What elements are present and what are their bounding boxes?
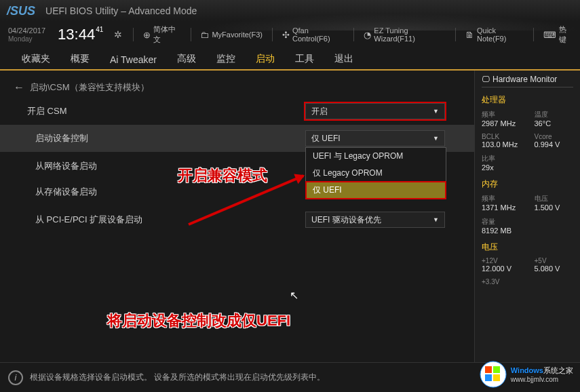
csm-label: 开启 CSM [27,105,305,117]
divider [133,28,134,41]
cpu-freq-value: 2987 MHz [482,119,521,128]
storageboot-label: 从存储设备启动 [27,186,305,198]
setting-boot-control: 启动设备控制 仅 UEFI▼ UEFI 与 Legacy OPROM 仅 Leg… [0,125,474,152]
time-text: 13:4441 [58,26,103,43]
dropdown-option[interactable]: UEFI 与 Legacy OPROM [306,148,446,165]
fan-icon: ✣ [282,30,290,40]
v12-value: 12.000 V [482,264,521,273]
mem-volt-label: 电压 [535,194,574,203]
svg-rect-4 [493,374,500,381]
ratio-value: 29x [482,163,573,172]
windows-logo-icon [480,361,507,388]
tab-main[interactable]: 概要 [69,49,91,69]
language-selector[interactable]: ⊕简体中文 [143,24,180,45]
day-text: Monday [8,35,45,43]
mem-section-title: 内存 [482,178,573,190]
svg-rect-2 [493,366,500,373]
v12-label: +12V [482,257,521,264]
tab-exit[interactable]: 退出 [333,49,355,69]
mouse-cursor-icon: ↖ [290,289,298,302]
breadcrumb: ← 启动\CSM（兼容性支持模块） [0,77,474,98]
setting-pciboot: 从 PCI-E/PCI 扩展设备启动 UEFI 驱动设备优先▼ [0,206,474,233]
bootctl-label: 启动设备控制 [27,132,305,144]
setting-csm: 开启 CSM 开启▼ [0,98,474,125]
mem-cap-label: 容量 [482,217,573,227]
folder-icon: 🗀 [200,30,209,40]
keyboard-icon: ⌨ [543,30,556,40]
tab-monitor[interactable]: 监控 [215,49,237,69]
pciboot-dropdown[interactable]: UEFI 驱动设备优先▼ [305,212,445,228]
volt-section-title: 电压 [482,241,573,253]
note-icon: 🗎 [465,30,474,40]
settings-gear-icon[interactable]: ✲ [114,29,122,40]
help-text: 根据设备规格选择设备启动模式。 设备及所选的模式将出现在启动优先级列表中。 [30,372,325,383]
vcore-value: 0.994 V [535,140,574,149]
tab-tool[interactable]: 工具 [294,49,315,69]
bootctl-options-menu: UEFI 与 Legacy OPROM 仅 Legacy OPROM 仅 UEF… [305,147,446,199]
v33-label: +3.3V [482,278,573,286]
tab-advanced[interactable]: 高级 [176,49,197,69]
breadcrumb-text: 启动\CSM（兼容性支持模块） [30,81,149,94]
svg-rect-1 [485,366,492,373]
info-icon: i [8,370,23,385]
v5-label: +5V [535,257,574,264]
mem-volt-value: 1.500 V [535,203,574,212]
chevron-down-icon: ▼ [433,216,439,223]
date-text: 04/24/2017 [8,26,45,35]
cpu-temp-label: 温度 [535,110,574,119]
wizard-icon: ◔ [364,30,371,40]
back-arrow-icon[interactable]: ← [14,81,24,94]
tab-bar: 收藏夹 概要 Ai Tweaker 高级 监控 启动 工具 退出 [0,47,580,71]
cpu-section-title: 处理器 [482,94,573,106]
bclk-value: 103.0 MHz [482,140,521,149]
watermark: Windows系统之家 www.bjjmlv.com [480,361,573,388]
mem-cap-value: 8192 MB [482,227,573,235]
bootctl-dropdown[interactable]: 仅 UEFI▼ UEFI 与 Legacy OPROM 仅 Legacy OPR… [305,130,445,146]
datetime-block: 04/24/2017 Monday [8,26,45,42]
dropdown-option[interactable]: 仅 Legacy OPROM [306,165,446,182]
monitor-icon: 🖵 [482,75,490,84]
hw-monitor-title: 🖵Hardware Monitor [482,75,573,87]
tab-boot[interactable]: 启动 [254,49,276,69]
header-decoration [204,14,580,31]
divider [191,28,191,41]
dropdown-option-selected[interactable]: 仅 UEFI [306,182,446,199]
myfavorite-button[interactable]: 🗀MyFavorite(F3) [200,30,263,40]
globe-icon: ⊕ [143,30,151,40]
svg-rect-3 [485,374,492,381]
pciboot-label: 从 PCI-E/PCI 扩展设备启动 [27,214,305,226]
tab-aitweaker[interactable]: Ai Tweaker [109,50,158,69]
ratio-label: 比率 [482,154,573,163]
asus-logo: /SUS [7,4,35,18]
chevron-down-icon: ▼ [433,108,439,115]
bclk-label: BCLK [482,133,521,140]
cpu-temp-value: 36°C [535,119,574,128]
mem-freq-label: 频率 [482,194,521,203]
content-panel: ← 启动\CSM（兼容性支持模块） 开启 CSM 开启▼ 启动设备控制 仅 UE… [0,71,474,362]
v5-value: 5.080 V [535,264,574,273]
hardware-monitor-panel: 🖵Hardware Monitor 处理器 频率2987 MHz 温度36°C … [474,71,580,362]
chevron-down-icon: ▼ [433,135,439,142]
tab-favorite[interactable]: 收藏夹 [20,49,52,69]
mem-freq-value: 1371 MHz [482,203,521,212]
annotation-2: 将启动设备控制改成仅UEFI [107,311,290,331]
app-title: UEFI BIOS Utility – Advanced Mode [45,5,197,16]
vcore-label: Vcore [535,133,574,140]
cpu-freq-label: 频率 [482,110,521,119]
csm-dropdown[interactable]: 开启▼ [305,103,445,119]
netboot-label: 从网络设备启动 [27,160,305,172]
